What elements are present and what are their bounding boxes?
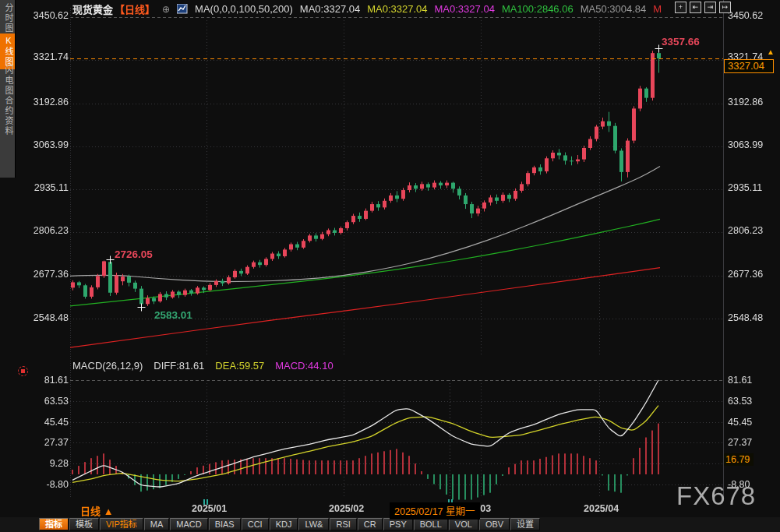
swing-low-label: 2583.01 [154, 309, 192, 321]
price-label-left: 2935.11 [20, 182, 69, 193]
ma50-value: MA50:3004.84 [581, 3, 647, 15]
sidebar-tab-contract-info[interactable]: 合约资料 [0, 96, 15, 136]
macd-diff-value: DIFF:81.61 [154, 360, 204, 372]
price-label-left: 2548.48 [20, 312, 69, 323]
price-label-right: 2935.11 [728, 182, 762, 193]
macd-label-left: -8.80 [20, 479, 69, 490]
price-label-right: 3450.62 [728, 10, 763, 21]
price-arrow-icon: ▲ [767, 48, 775, 56]
ma-settings: MA(0,0,0,100,50,200) [195, 3, 293, 15]
move-chart-icon[interactable]: + [675, 2, 686, 13]
toolbar-cr-button[interactable]: CR [358, 518, 383, 530]
macd-label-left: 27.37 [20, 437, 69, 448]
macd-label-left: 81.61 [20, 375, 69, 386]
chart-canvas[interactable] [0, 0, 780, 532]
period-dropdown-arrow: ▲ [104, 506, 114, 517]
sidebar-tab-lightning[interactable]: 闪电图 [0, 65, 15, 96]
pan-right-icon[interactable]: ⇥ [704, 2, 716, 13]
period-selector[interactable]: 日线 ▲ [80, 503, 114, 518]
jump-latest-icon[interactable]: ↦ [719, 2, 731, 13]
price-label-right: 2806.23 [728, 225, 763, 236]
macd-header: MACD(26,12,9) DIFF:81.61 DEA:59.57 MACD:… [72, 360, 334, 372]
toolbar-psy-button[interactable]: PSY [383, 518, 413, 530]
macd-hist-value: MACD:44.10 [275, 360, 333, 372]
macd-label-right: 63.53 [728, 396, 752, 407]
price-label-right: 2548.48 [728, 312, 763, 323]
toolbar-vip-indicator-button[interactable]: VIP指标 [100, 518, 143, 530]
macd-dea-value: DEA:59.57 [215, 360, 264, 372]
price-label-left: 3450.62 [20, 10, 69, 21]
sidebar-tab-timeshare[interactable]: 分时图 [0, 3, 15, 33]
macd-label-right: 45.45 [728, 417, 752, 428]
time-tick: 2025/04 [584, 503, 619, 514]
watermark: FX678 [676, 481, 756, 511]
chart-type-icon[interactable] [177, 4, 188, 14]
price-label-left: 2806.23 [20, 225, 69, 236]
toolbar-macd-button[interactable]: MACD [170, 518, 207, 530]
macd-label-right: 27.37 [728, 437, 752, 448]
period-tag: 【日线】 [115, 2, 155, 16]
toolbar-template-button[interactable]: 模板 [69, 518, 99, 530]
toolbar-ma-button[interactable]: MA [144, 518, 170, 530]
chart-window: 分时图 K线图 闪电图 合约资料 现货黄金【日线】 ⊕ MA(0,0,0,100… [0, 0, 780, 532]
current-price-box: 3327.04 [724, 59, 774, 73]
sidebar-tab-kline[interactable]: K线图 [0, 33, 15, 69]
toolbar-boll-button[interactable]: BOLL [414, 518, 448, 530]
macd-label-left: 45.45 [20, 417, 69, 428]
price-label-right: 3192.86 [728, 97, 763, 107]
price-label-left: 2677.36 [20, 269, 69, 280]
last-high-label: 3357.66 [662, 36, 700, 48]
ma200-value-truncated: M [653, 3, 662, 15]
macd-label-right: 81.61 [728, 375, 752, 386]
crosshair-date-tooltip: 2025/02/17 星期一 [390, 502, 480, 520]
symbol-name: 现货黄金 [72, 2, 113, 16]
swing-high-label: 2726.05 [115, 248, 153, 260]
toolbar-rsi-button[interactable]: RSI [330, 518, 356, 530]
time-tick: 2025/02 [329, 503, 364, 514]
toolbar-lw-button[interactable]: LW& [298, 518, 329, 530]
toolbar-vol-button[interactable]: VOL [449, 518, 478, 530]
toolbar-bias-button[interactable]: BIAS [209, 518, 241, 530]
ma0-value-2: MA0:3327.04 [367, 3, 427, 15]
toolbar-kdj-button[interactable]: KDJ [270, 518, 298, 530]
time-tick: 2025/01 [192, 503, 227, 514]
macd-label-left: 9.28 [20, 458, 69, 469]
chart-controls: + ⇤ ⇥ ↦ [675, 2, 731, 13]
price-label-left: 3321.74 [20, 51, 69, 62]
toolbar-obv-button[interactable]: OBV [479, 518, 510, 530]
price-label-left: 3192.86 [20, 97, 69, 107]
left-sidebar: 分时图 K线图 闪电图 合约资料 [0, 0, 16, 178]
ma0-value-3: MA0:3327.04 [435, 3, 495, 15]
pan-left-icon[interactable]: ⇤ [690, 2, 701, 13]
chart-header: 现货黄金【日线】 ⊕ MA(0,0,0,100,50,200) MA0:3327… [72, 2, 662, 16]
price-label-left: 3063.99 [20, 139, 69, 150]
macd-label-left: 63.53 [20, 396, 69, 407]
ma100-value: MA100:2846.06 [502, 3, 574, 15]
price-label-right: 3063.99 [728, 139, 763, 150]
price-label-right: 2677.36 [728, 269, 763, 280]
toolbar-settings-button[interactable]: 设置 [510, 518, 540, 530]
add-indicator-icon[interactable]: ⊕ [162, 4, 170, 15]
toolbar-indicator-button[interactable]: 指标 [39, 518, 69, 530]
macd-title: MACD(26,12,9) [72, 360, 143, 372]
macd-current-value-badge: 16.79 [724, 453, 754, 466]
toolbar-cci-button[interactable]: CCI [242, 518, 269, 530]
ma0-value-1: MA0:3327.04 [300, 3, 360, 15]
